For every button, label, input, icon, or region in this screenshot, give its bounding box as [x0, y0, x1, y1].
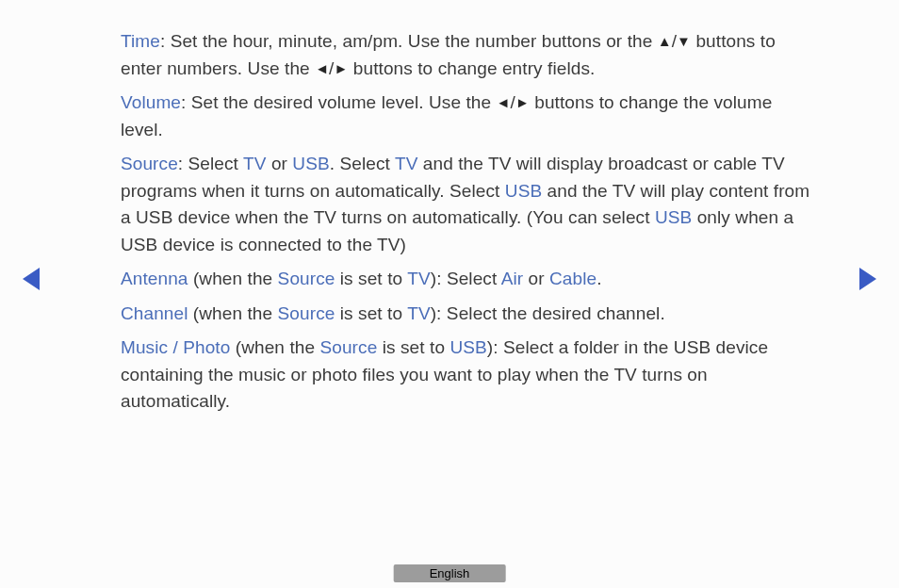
text: . — [597, 269, 601, 288]
kw-tv: TV — [407, 269, 430, 288]
item-source: Source: Select TV or USB. Select TV and … — [121, 151, 814, 258]
text: (when the — [230, 337, 319, 357]
item-time: Time: Set the hour, minute, am/pm. Use t… — [121, 28, 814, 82]
label-channel: Channel — [121, 303, 188, 323]
kw-tv: TV — [243, 154, 266, 173]
label-time: Time — [121, 31, 160, 51]
kw-source: Source — [278, 269, 335, 288]
text: or — [523, 269, 549, 288]
label-antenna: Antenna — [121, 269, 188, 288]
kw-source: Source — [320, 337, 378, 357]
text: is set to — [335, 269, 407, 288]
text: : Set the hour, minute, am/pm. Use the n… — [160, 31, 658, 51]
down-arrow-icon: ▼ — [677, 31, 691, 53]
kw-usb: USB — [655, 207, 692, 227]
item-channel: Channel (when the Source is set to TV): … — [121, 301, 814, 328]
up-arrow-icon: ▲ — [658, 31, 672, 53]
label-music-photo: Music / Photo — [121, 337, 230, 357]
item-antenna: Antenna (when the Source is set to TV): … — [121, 266, 814, 293]
item-music-photo: Music / Photo (when the Source is set to… — [121, 335, 814, 416]
right-arrow-icon: ► — [334, 58, 348, 80]
kw-air: Air — [501, 269, 524, 288]
kw-usb: USB — [450, 337, 486, 357]
text: : Select — [178, 154, 243, 173]
item-volume: Volume: Set the desired volume level. Us… — [121, 90, 814, 143]
text: ): Select the desired channel. — [431, 303, 665, 323]
right-arrow-icon: ► — [515, 92, 530, 114]
left-arrow-icon: ◄ — [497, 92, 511, 114]
label-source: Source — [121, 154, 178, 173]
next-page-button[interactable] — [859, 268, 876, 290]
text: (when the — [188, 269, 278, 288]
kw-usb: USB — [505, 181, 542, 201]
text: or — [267, 154, 293, 173]
text: . Select — [330, 154, 395, 173]
kw-usb: USB — [292, 154, 329, 173]
left-arrow-icon: ◄ — [315, 58, 329, 80]
prev-page-button[interactable] — [23, 268, 40, 290]
label-volume: Volume — [121, 92, 181, 112]
language-badge: English — [394, 564, 506, 582]
text: ): Select — [431, 269, 501, 288]
text: is set to — [335, 303, 407, 323]
text: (when the — [188, 303, 277, 323]
text: : Set the desired volume level. Use the — [181, 92, 497, 112]
manual-content: Time: Set the hour, minute, am/pm. Use t… — [0, 0, 899, 416]
text: buttons to change entry fields. — [348, 58, 595, 78]
kw-source: Source — [278, 303, 335, 323]
kw-cable: Cable — [549, 269, 597, 288]
kw-tv: TV — [407, 303, 430, 323]
text: is set to — [377, 337, 450, 357]
kw-tv: TV — [395, 154, 417, 173]
